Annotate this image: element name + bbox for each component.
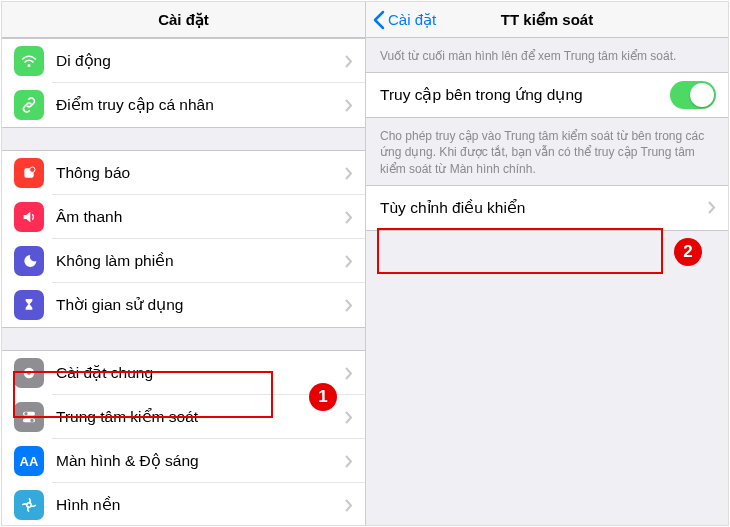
chevron-right-icon [345,55,353,68]
svg-point-8 [30,419,33,422]
row-label: Tùy chỉnh điều khiển [380,199,708,217]
chevron-right-icon [708,201,716,214]
back-button[interactable]: Cài đặt [372,10,436,30]
svg-point-4 [27,371,31,375]
header: Cài đặt [2,2,365,38]
svg-point-0 [28,64,31,67]
settings-pane: Cài đặt Di động Điểm truy cập cá nhân [2,2,365,525]
row-display[interactable]: AA Màn hình & Độ sáng [2,439,365,483]
group-network: Di động Điểm truy cập cá nhân [2,38,365,128]
hourglass-icon [14,290,44,320]
wallpaper-icon [14,490,44,520]
chevron-right-icon [345,167,353,180]
sound-icon [14,202,44,232]
svg-point-2 [30,167,35,172]
bell-icon [14,158,44,188]
link-icon [14,90,44,120]
row-label: Màn hình & Độ sáng [56,452,345,470]
chevron-right-icon [345,211,353,224]
group-notifications: Thông báo Âm thanh Không làm phiền [2,150,365,328]
chevron-right-icon [345,99,353,112]
row-cellular[interactable]: Di động [2,39,365,83]
note: Vuốt từ cuối màn hình lên để xem Trung t… [366,38,728,72]
row-label: Trung tâm kiểm soát [56,408,345,426]
row-label: Hình nền [56,496,345,514]
chevron-right-icon [345,455,353,468]
row-wallpaper[interactable]: Hình nền [2,483,365,525]
row-label: Di động [56,52,345,70]
note: Cho phép truy cập vào Trung tâm kiểm soá… [366,118,728,185]
highlight-box [377,228,663,274]
row-label: Âm thanh [56,208,345,226]
group-access: Truy cập bên trong ứng dụng [366,72,728,118]
row-notifications[interactable]: Thông báo [2,151,365,195]
row-customize-controls[interactable]: Tùy chỉnh điều khiển [366,186,728,230]
row-access-in-apps[interactable]: Truy cập bên trong ứng dụng [366,73,728,117]
row-hotspot[interactable]: Điểm truy cập cá nhân [2,83,365,127]
row-screentime[interactable]: Thời gian sử dụng [2,283,365,327]
aa-icon: AA [14,446,44,476]
gear-icon [14,358,44,388]
group-customize: Tùy chỉnh điều khiển [366,185,728,231]
row-label: Truy cập bên trong ứng dụng [380,86,670,104]
row-label: Thời gian sử dụng [56,296,345,314]
callout-2: 2 [674,238,702,266]
group-general: Cài đặt chung Trung tâm kiểm soát AA Màn… [2,350,365,525]
row-label: Điểm truy cập cá nhân [56,96,345,114]
svg-point-7 [24,412,27,415]
row-dnd[interactable]: Không làm phiền [2,239,365,283]
control-center-pane: Cài đặt TT kiểm soát Vuốt từ cuối màn hì… [365,2,728,525]
page-title: TT kiểm soát [501,11,593,29]
chevron-right-icon [345,499,353,512]
chevron-right-icon [345,411,353,424]
toggle-switch[interactable] [670,81,716,109]
moon-icon [14,246,44,276]
controls-icon [14,402,44,432]
chevron-right-icon [345,367,353,380]
antenna-icon [14,46,44,76]
row-sounds[interactable]: Âm thanh [2,195,365,239]
row-label: Cài đặt chung [56,364,345,382]
header: Cài đặt TT kiểm soát [366,2,728,38]
chevron-right-icon [345,299,353,312]
row-label: Không làm phiền [56,252,345,270]
back-label: Cài đặt [388,11,436,29]
chevron-right-icon [345,255,353,268]
page-title: Cài đặt [158,11,209,29]
row-label: Thông báo [56,164,345,182]
callout-1: 1 [309,383,337,411]
